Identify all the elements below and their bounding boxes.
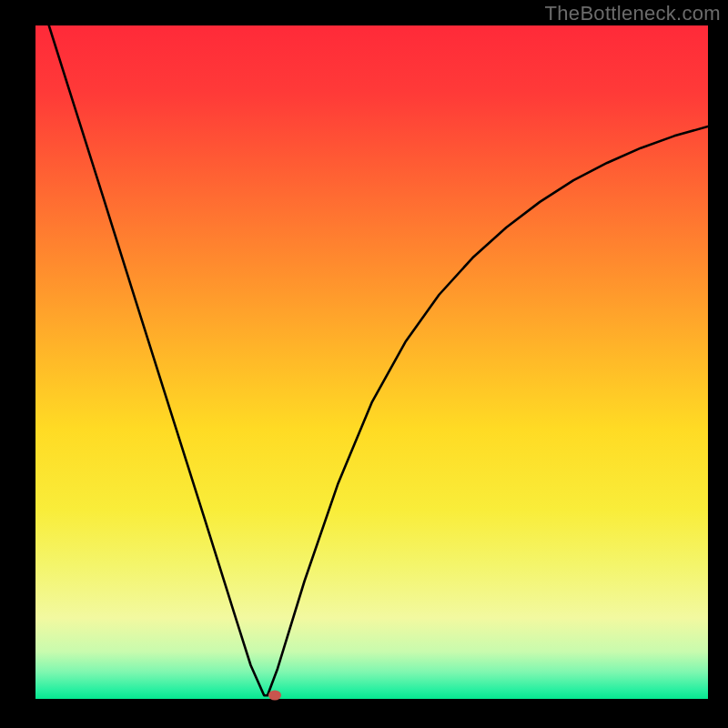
watermark-text: TheBottleneck.com xyxy=(545,2,721,25)
plot-gradient-background xyxy=(35,25,708,699)
chart-frame: TheBottleneck.com xyxy=(0,0,728,728)
